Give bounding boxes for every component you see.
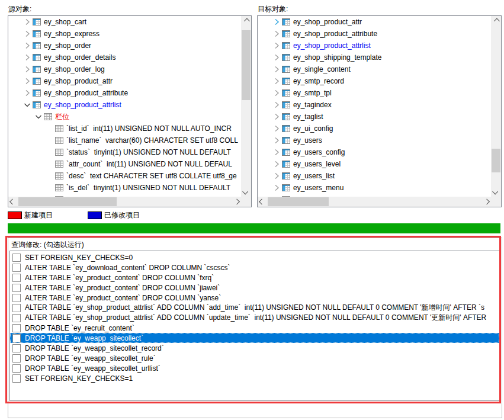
query-item[interactable]: ALTER TABLE `ey_download_content` DROP C…	[10, 262, 499, 272]
scrollbar-corner	[241, 197, 251, 207]
query-item[interactable]: DROP TABLE `ey_weapp_sitecollet_rule`	[10, 353, 499, 363]
vertical-scrollbar[interactable]	[491, 16, 501, 197]
tree-item[interactable]: ey_shop_order	[8, 40, 241, 52]
tree-item[interactable]: ey_shop_product_attrlist	[8, 99, 241, 111]
tree-item[interactable]: `list_id` int(11) UNSIGNED NOT NULL AUTO…	[8, 123, 241, 134]
tree-item[interactable]: ey_shop_shipping_template	[258, 52, 491, 63]
chevron-right-icon[interactable]	[272, 41, 281, 50]
query-checkbox[interactable]	[12, 314, 21, 322]
query-checkbox[interactable]	[12, 354, 21, 363]
horizontal-scroll-thumb[interactable]	[268, 197, 329, 206]
chevron-right-icon[interactable]	[272, 100, 281, 110]
horizontal-scroll-thumb[interactable]	[18, 197, 117, 206]
tree-item[interactable]: ey_shop_cart	[8, 16, 241, 28]
tree-item[interactable]: ey_shop_product_attr	[8, 75, 241, 87]
chevron-right-icon[interactable]	[272, 171, 281, 181]
chevron-right-icon[interactable]	[272, 88, 281, 98]
tree-item[interactable]: ey_shop_product_attrlist	[258, 40, 491, 52]
tree-item[interactable]: 栏位	[8, 111, 241, 123]
chevron-right-icon[interactable]	[272, 17, 281, 27]
query-item[interactable]: DROP TABLE `ey_recruit_content`	[10, 323, 499, 333]
scroll-left-button[interactable]	[8, 197, 18, 207]
tree-item-label: ey_shop_product_attribute	[44, 89, 128, 97]
tree-item[interactable]: ey_shop_product_attr	[258, 16, 491, 28]
query-item[interactable]: DROP TABLE `ey_weapp_sitecollect`	[10, 333, 499, 343]
query-sql-text: ALTER TABLE `ey_product_content` DROP CO…	[25, 284, 220, 292]
chevron-right-icon[interactable]	[272, 136, 281, 145]
tree-item[interactable]: ey_single_content	[258, 63, 491, 75]
query-item[interactable]: ALTER TABLE `ey_shop_product_attrlist` A…	[10, 303, 499, 313]
chevron-right-icon[interactable]	[272, 65, 281, 74]
chevron-right-icon[interactable]	[272, 159, 281, 169]
tree-item[interactable]: ey_smtp_tpl	[258, 87, 491, 99]
tree-item[interactable]: `status` tinyint(1) UNSIGNED NOT NULL DE…	[8, 146, 241, 158]
tree-item[interactable]: ey_shop_product_attribute	[8, 87, 241, 99]
chevron-right-icon[interactable]	[272, 76, 281, 86]
query-checkbox[interactable]	[12, 364, 21, 373]
query-checkbox[interactable]	[12, 334, 21, 342]
tree-item[interactable]: `desc` text CHARACTER SET utf8 COLLATE u…	[8, 170, 241, 182]
query-checkbox[interactable]	[12, 374, 21, 383]
tree-item[interactable]: ey_ui_config	[258, 123, 491, 134]
query-item[interactable]: DROP TABLE `ey_weapp_sitecollet_record`	[10, 343, 499, 353]
query-checkbox[interactable]	[12, 284, 21, 292]
scroll-right-button[interactable]	[481, 197, 491, 207]
chevron-down-icon[interactable]	[34, 112, 43, 121]
query-checkbox[interactable]	[12, 304, 21, 312]
tree-item[interactable]: ey_shop_order_details	[8, 52, 241, 63]
query-checkbox[interactable]	[12, 324, 21, 332]
query-checkbox[interactable]	[12, 264, 21, 272]
query-item[interactable]: ALTER TABLE `ey_product_content` DROP CO…	[10, 283, 499, 293]
tree-item[interactable]: ey_users_config	[258, 146, 491, 158]
query-checkbox[interactable]	[12, 254, 21, 262]
query-item[interactable]: SET FOREIGN_KEY_CHECKS=0	[10, 252, 499, 262]
scroll-up-button[interactable]	[241, 16, 251, 26]
query-item[interactable]: ALTER TABLE `ey_shop_product_attrlist` A…	[10, 313, 499, 323]
query-item[interactable]: DROP TABLE `ey_weapp_sitecollet_urllist`	[10, 363, 499, 373]
query-item[interactable]: ALTER TABLE `ey_product_content` DROP CO…	[10, 272, 499, 283]
scroll-down-button[interactable]	[491, 187, 501, 197]
scroll-left-button[interactable]	[258, 197, 268, 207]
vertical-scrollbar[interactable]	[241, 16, 251, 197]
tree-item[interactable]: ey_shop_express	[8, 28, 241, 40]
chevron-right-icon[interactable]	[272, 29, 281, 39]
tree-item[interactable]: ey_shop_order_log	[8, 63, 241, 75]
chevron-right-icon[interactable]	[272, 124, 281, 133]
query-checkbox[interactable]	[12, 294, 21, 302]
scroll-up-button[interactable]	[491, 16, 501, 26]
chevron-right-icon[interactable]	[272, 183, 281, 193]
tree-item[interactable]: ey_users	[258, 134, 491, 146]
chevron-right-icon[interactable]	[23, 88, 32, 98]
scroll-down-button[interactable]	[241, 187, 251, 197]
chevron-right-icon[interactable]	[23, 17, 32, 27]
chevron-right-icon[interactable]	[23, 29, 32, 39]
vertical-scroll-thumb[interactable]	[492, 149, 500, 172]
vertical-scroll-thumb[interactable]	[242, 30, 251, 100]
query-item[interactable]: SET FOREIGN_KEY_CHECKS=1	[10, 373, 499, 383]
scroll-right-button[interactable]	[231, 197, 241, 207]
tree-item[interactable]: ey_taglist	[258, 111, 491, 123]
horizontal-scrollbar[interactable]	[8, 197, 241, 207]
chevron-spacer	[45, 171, 54, 181]
tree-item[interactable]: `list_name` varchar(60) CHARACTER SET ut…	[8, 134, 241, 146]
tree-item[interactable]: ey_shop_product_attribute	[258, 28, 491, 40]
tree-item[interactable]: ey_tagindex	[258, 99, 491, 111]
chevron-right-icon[interactable]	[23, 76, 32, 86]
chevron-right-icon[interactable]	[23, 53, 32, 62]
horizontal-scrollbar[interactable]	[258, 197, 491, 207]
query-checkbox[interactable]	[12, 344, 21, 352]
tree-item[interactable]: `attr_count` int(11) UNSIGNED NOT NULL D…	[8, 158, 241, 170]
chevron-down-icon[interactable]	[23, 100, 32, 110]
chevron-right-icon[interactable]	[272, 53, 281, 62]
chevron-right-icon[interactable]	[272, 112, 281, 121]
query-checkbox[interactable]	[12, 274, 21, 282]
chevron-right-icon[interactable]	[23, 41, 32, 50]
tree-item[interactable]: ey_smtp_record	[258, 75, 491, 87]
chevron-right-icon[interactable]	[23, 65, 32, 74]
chevron-right-icon[interactable]	[272, 148, 281, 157]
tree-item[interactable]: ey_users_menu	[258, 182, 491, 194]
tree-item[interactable]: ey_users_level	[258, 158, 491, 170]
query-item[interactable]: ALTER TABLE `ey_product_content` DROP CO…	[10, 293, 499, 303]
tree-item[interactable]: ey_users_list	[258, 170, 491, 182]
tree-item[interactable]: `is_del` tinyint(1) UNSIGNED NOT NULL DE…	[8, 182, 241, 194]
